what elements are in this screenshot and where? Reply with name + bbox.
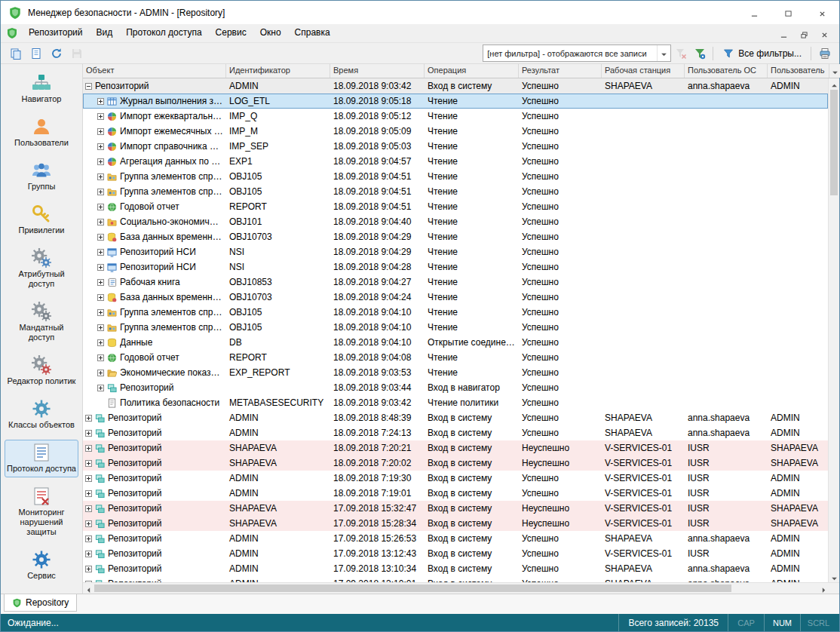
menu-item[interactable]: Протокол доступа: [119, 24, 208, 42]
expand-plus-icon[interactable]: [85, 551, 92, 557]
table-row[interactable]: РепозиторийADMIN18.09.2018 7:24:13Вход в…: [83, 425, 828, 440]
column-chooser-button[interactable]: [829, 64, 840, 78]
table-row[interactable]: РепозиторийADMIN18.09.2018 7:19:01Вход в…: [83, 486, 828, 501]
table-row[interactable]: РепозиторийSHAPAEVA17.09.2018 15:28:34Вх…: [83, 516, 828, 531]
filter-combobox[interactable]: [нет фильтра] - отображаются все записи: [483, 44, 671, 62]
table-row[interactable]: РепозиторийADMIN18.09.2018 8:48:39Вход в…: [83, 410, 828, 425]
expand-plus-icon[interactable]: [97, 385, 104, 391]
scroll-right-button[interactable]: [818, 583, 829, 594]
expand-plus-icon[interactable]: [85, 535, 92, 542]
expand-plus-icon[interactable]: [85, 415, 92, 422]
table-row[interactable]: ДанныеDB18.09.2018 9:04:10Открытие соеди…: [83, 335, 828, 350]
minimize-button[interactable]: [737, 1, 771, 24]
menu-item[interactable]: Справка: [288, 24, 337, 42]
mdi-close-button[interactable]: [814, 26, 835, 41]
vscroll-thumb[interactable]: [830, 90, 838, 195]
column-header[interactable]: Результат: [519, 64, 602, 78]
expand-plus-icon[interactable]: [97, 98, 104, 105]
expand-plus-icon[interactable]: [97, 204, 104, 210]
expand-plus-icon[interactable]: [85, 581, 92, 583]
scroll-up-button[interactable]: [829, 78, 839, 89]
table-row[interactable]: РепозиторийADMIN17.09.2018 13:10:01Вход …: [83, 576, 828, 582]
expand-plus-icon[interactable]: [97, 294, 104, 301]
expand-plus-icon[interactable]: [97, 249, 104, 256]
sidebar-item[interactable]: Классы объектов: [5, 396, 78, 434]
print-button[interactable]: [815, 44, 834, 62]
table-row[interactable]: Импорт ежеквартальны...IMP_Q18.09.2018 9…: [83, 109, 828, 124]
expand-plus-icon[interactable]: [97, 173, 104, 180]
table-row[interactable]: РепозиторийSHAPAEVA18.09.2018 7:20:02Вхо…: [83, 456, 828, 471]
clear-filter-button[interactable]: [671, 44, 690, 62]
expand-plus-icon[interactable]: [97, 128, 104, 135]
table-row[interactable]: РепозиторийADMIN17.09.2018 13:10:34Вход …: [83, 561, 828, 576]
expand-plus-icon[interactable]: [97, 324, 104, 331]
expand-plus-icon[interactable]: [85, 445, 92, 452]
vscroll-track[interactable]: [829, 89, 839, 572]
table-row[interactable]: Годовой отчетREPORT18.09.2018 9:04:51Чте…: [83, 199, 828, 214]
table-row[interactable]: Группа элементов справ...OBJ10518.09.201…: [83, 305, 828, 320]
sidebar-item[interactable]: Мониторинг нарушений защиты: [5, 483, 78, 541]
tab-repository[interactable]: Repository: [4, 594, 77, 612]
copy-grid-button[interactable]: [6, 44, 25, 62]
table-row[interactable]: Импорт справочника СЭПIMP_SEP18.09.2018 …: [83, 139, 828, 154]
table-row[interactable]: Импорт ежемесячных д...IMP_M18.09.2018 9…: [83, 124, 828, 139]
horizontal-scrollbar[interactable]: [83, 583, 829, 594]
table-row[interactable]: Группа элементов справ...OBJ10518.09.201…: [83, 169, 828, 184]
table-row[interactable]: Агрегация данных по те...EXP118.09.2018 …: [83, 154, 828, 169]
table-row[interactable]: Рабочая книгаOBJ1085318.09.2018 9:04:27Ч…: [83, 275, 828, 290]
hscroll-thumb[interactable]: [94, 584, 731, 592]
sidebar-item[interactable]: Группы: [5, 158, 78, 195]
table-row[interactable]: РепозиторийADMIN18.09.2018 7:19:30Вход в…: [83, 471, 828, 486]
expand-plus-icon[interactable]: [85, 505, 92, 512]
expand-plus-icon[interactable]: [97, 354, 104, 361]
table-row[interactable]: РепозиторийSHAPAEVA18.09.2018 7:20:21Вхо…: [83, 440, 828, 456]
sidebar-item[interactable]: Привилегии: [5, 201, 78, 239]
table-row[interactable]: Социально-экономичес...OBJ10118.09.2018 …: [83, 214, 828, 229]
table-row[interactable]: Политика безопасностиMETABASESECURITY18.…: [83, 395, 828, 410]
table-row[interactable]: Журнал выполнения зад...LOG_ETL18.09.201…: [83, 94, 828, 109]
scroll-down-button[interactable]: [829, 572, 839, 582]
expand-plus-icon[interactable]: [97, 234, 104, 241]
vertical-scrollbar[interactable]: [828, 78, 839, 582]
expand-plus-icon[interactable]: [97, 143, 104, 150]
table-row[interactable]: РепозиторийADMIN17.09.2018 15:26:53Вход …: [83, 531, 828, 546]
menu-item[interactable]: Окно: [253, 24, 288, 42]
sidebar-item[interactable]: Пользователи: [5, 114, 78, 152]
filter-designer-button[interactable]: [690, 44, 709, 62]
table-row[interactable]: Группа элементов справ...OBJ10518.09.201…: [83, 320, 828, 335]
expand-plus-icon[interactable]: [97, 309, 104, 316]
all-filters-button[interactable]: Все фильтры...: [717, 44, 807, 62]
expand-plus-icon[interactable]: [97, 189, 104, 195]
table-row[interactable]: Репозиторий18.09.2018 9:03:44Вход в нави…: [83, 380, 828, 395]
table-row[interactable]: Репозиторий НСИNSI18.09.2018 9:04:28Чтен…: [83, 259, 828, 275]
expand-plus-icon[interactable]: [85, 475, 92, 482]
column-header[interactable]: Пользователь: [768, 64, 829, 78]
menu-item[interactable]: Сервис: [209, 24, 253, 42]
sidebar-item[interactable]: Мандатный доступ: [5, 299, 78, 346]
expand-plus-icon[interactable]: [85, 430, 92, 437]
expand-plus-icon[interactable]: [97, 279, 104, 286]
table-row[interactable]: РепозиторийSHAPAEVA17.09.2018 15:32:47Вх…: [83, 501, 828, 516]
sidebar-item[interactable]: Атрибутный доступ: [5, 245, 78, 293]
column-header[interactable]: Время: [330, 64, 425, 78]
expand-plus-icon[interactable]: [85, 490, 92, 497]
table-row[interactable]: Группа элементов справ...OBJ10518.09.201…: [83, 184, 828, 199]
table-row[interactable]: РепозиторийADMIN17.09.2018 13:12:43Вход …: [83, 546, 828, 561]
column-header[interactable]: Объект: [83, 64, 226, 78]
expand-plus-icon[interactable]: [97, 339, 104, 346]
table-row[interactable]: База данных временных ...OBJ1070318.09.2…: [83, 229, 828, 244]
chevron-down-icon[interactable]: [657, 45, 670, 61]
table-row[interactable]: РепозиторийADMIN18.09.2018 9:03:42Вход в…: [83, 78, 828, 94]
scroll-left-button[interactable]: [83, 583, 94, 594]
export-document-button[interactable]: [26, 44, 45, 62]
expand-minus-icon[interactable]: [85, 83, 92, 90]
table-row[interactable]: Репозиторий НСИNSI18.09.2018 9:04:29Чтен…: [83, 244, 828, 259]
expand-plus-icon[interactable]: [97, 219, 104, 225]
sidebar-item[interactable]: Протокол доступа: [5, 440, 78, 477]
mdi-minimize-button[interactable]: [774, 26, 794, 41]
expand-plus-icon[interactable]: [85, 460, 92, 467]
expand-plus-icon[interactable]: [97, 370, 104, 376]
sidebar-item[interactable]: Редактор политик: [5, 352, 78, 390]
column-header[interactable]: Идентификатор: [226, 64, 330, 78]
table-row[interactable]: Годовой отчетREPORT18.09.2018 9:04:08Чте…: [83, 350, 828, 365]
